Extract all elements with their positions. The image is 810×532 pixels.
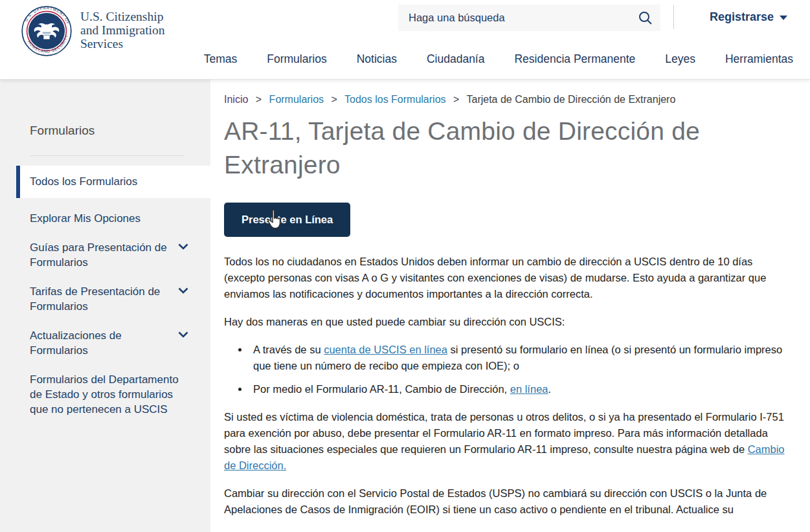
breadcrumb-current: Tarjeta de Cambio de Dirección de Extran… <box>466 94 675 105</box>
wordmark-line2: and Immigration <box>80 23 165 37</box>
paragraph-two-ways: Hay dos maneras en que usted puede cambi… <box>224 314 785 330</box>
cta-wrapper: Presente en Línea <box>224 203 350 237</box>
nav-item-leyes[interactable]: Leyes <box>665 52 695 66</box>
chevron-down-icon <box>780 16 787 20</box>
list-item-form-ar11: Por medio el Formulario AR-11, Cambio de… <box>249 381 785 397</box>
sidebar-active-label: Todos los Formularios <box>30 175 137 188</box>
sidebar-heading: Formularios <box>30 124 210 138</box>
breadcrumb-separator: > <box>332 94 337 105</box>
paragraph-special-situations: Si usted es víctima de violencia domésti… <box>224 409 785 474</box>
header-divider <box>673 5 674 29</box>
sidebar-item-actualizaciones[interactable]: Actualizaciones de Formularios <box>0 321 210 365</box>
search-bar <box>398 5 660 31</box>
wordmark-line3: Services <box>80 37 165 50</box>
page-title: AR-11, Tarjeta de Cambio de Dirección de… <box>224 115 742 182</box>
nav-item-noticias[interactable]: Noticias <box>357 52 397 66</box>
paragraph-text: Si usted es víctima de violencia domésti… <box>224 411 784 455</box>
bullet-text: . <box>548 383 551 395</box>
wordmark-line1: U.S. Citizenship <box>80 10 165 23</box>
paragraph-usps: Cambiar su dirección con el Servicio Pos… <box>224 485 785 518</box>
sidebar-item-label: Guías para Presentación de Formularios <box>30 240 180 270</box>
sidebar-list: Explorar Mis Opciones Guías para Present… <box>0 204 210 424</box>
list-item-online-account: A través de su cuenta de USCIS en línea … <box>249 342 785 374</box>
search-input[interactable] <box>398 12 631 24</box>
sidebar-item-todos-los-formularios[interactable]: Todos los Formularios <box>16 166 210 198</box>
en-linea-link[interactable]: en línea <box>510 383 548 395</box>
sidebar-item-formularios-departamento-estado[interactable]: Formularios del Departamento de Estado y… <box>0 365 210 424</box>
nav-item-ciudadania[interactable]: Ciudadanía <box>427 52 485 66</box>
sidebar-item-tarifas-presentacion[interactable]: Tarifas de Presentación de Formularios <box>0 277 210 321</box>
search-icon <box>638 10 653 26</box>
breadcrumb-separator: > <box>256 94 262 105</box>
sign-in-label: Registrarse <box>710 10 774 24</box>
breadcrumb-separator: > <box>453 94 459 105</box>
bullet-text: A través de su <box>253 344 324 355</box>
nav-item-formularios[interactable]: Formularios <box>267 52 326 66</box>
main-content: Inicio > Formularios > Todos los Formula… <box>210 80 810 532</box>
sidebar: Formularios Todos los Formularios Explor… <box>0 80 210 532</box>
article-body: Todos los no ciudadanos en Estados Unido… <box>224 254 785 518</box>
nav-item-temas[interactable]: Temas <box>204 52 238 66</box>
site-header: U.S. DEPARTMENT OF HOMELAND SECURITY U.S… <box>0 0 810 80</box>
sidebar-divider <box>30 155 184 156</box>
sidebar-item-label: Actualizaciones de Formularios <box>30 328 180 358</box>
sidebar-item-label: Formularios del Departamento de Estado y… <box>30 372 180 417</box>
options-list: A través de su cuenta de USCIS en línea … <box>249 342 785 397</box>
breadcrumb-todos-los-formularios[interactable]: Todos los Formularios <box>344 94 446 105</box>
primary-nav: Temas Formularios Noticias Ciudadanía Re… <box>204 52 793 66</box>
search-button[interactable] <box>631 5 660 31</box>
dhs-seal-logo: U.S. DEPARTMENT OF HOMELAND SECURITY <box>21 6 72 56</box>
sidebar-item-label: Explorar Mis Opciones <box>30 212 141 225</box>
breadcrumb-inicio[interactable]: Inicio <box>224 94 248 105</box>
paragraph-intro: Todos los no ciudadanos en Estados Unido… <box>224 254 785 302</box>
breadcrumb-formularios[interactable]: Formularios <box>269 94 324 105</box>
sidebar-item-explorar-mis-opciones[interactable]: Explorar Mis Opciones <box>0 204 210 233</box>
agency-wordmark[interactable]: U.S. Citizenship and Immigration Service… <box>80 10 165 50</box>
cuenta-uscis-link[interactable]: cuenta de USCIS en línea <box>324 344 447 355</box>
breadcrumb: Inicio > Formularios > Todos los Formula… <box>224 94 791 105</box>
presente-en-linea-button[interactable]: Presente en Línea <box>224 203 350 237</box>
sidebar-item-label: Tarifas de Presentación de Formularios <box>30 284 180 314</box>
bullet-text: Por medio el Formulario AR-11, Cambio de… <box>253 383 510 395</box>
chevron-down-icon[interactable] <box>178 331 188 338</box>
chevron-down-icon[interactable] <box>178 287 188 294</box>
nav-item-residencia-permanente[interactable]: Residencia Permanente <box>514 52 635 66</box>
sign-in-menu[interactable]: Registrarse <box>710 10 787 24</box>
chevron-down-icon[interactable] <box>178 243 188 250</box>
nav-item-herramientas[interactable]: Herramientas <box>725 52 793 66</box>
sidebar-item-guias-presentacion[interactable]: Guías para Presentación de Formularios <box>0 233 210 277</box>
